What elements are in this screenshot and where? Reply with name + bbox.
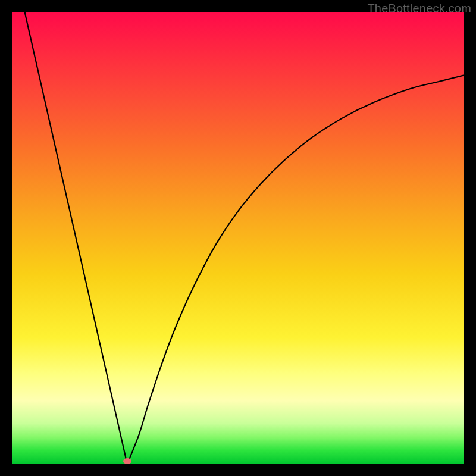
watermark-text: TheBottleneck.com <box>367 2 471 15</box>
chart-container: TheBottleneck.com <box>0 0 476 476</box>
min-marker <box>123 458 131 464</box>
plot-area <box>12 12 464 464</box>
svg-line-0 <box>24 12 127 464</box>
curve-layer <box>12 12 464 464</box>
